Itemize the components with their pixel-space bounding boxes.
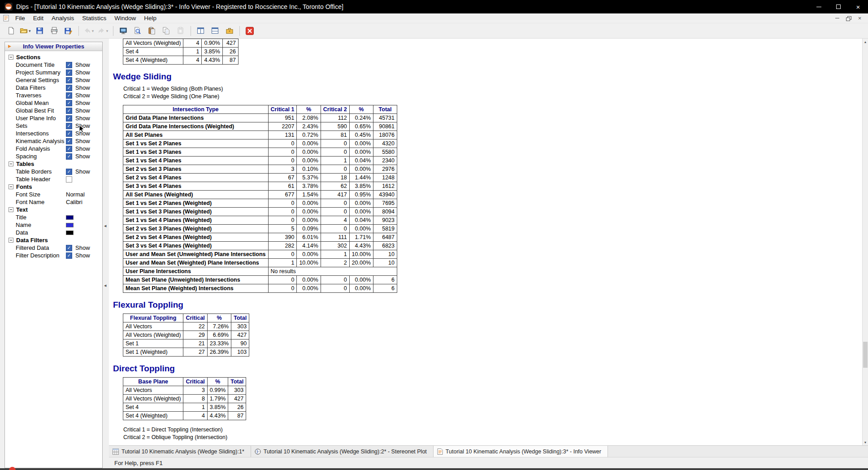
maximize-button[interactable]	[829, 0, 848, 13]
row-label: Set 3 vs Set 4 Planes (Weighted)	[123, 242, 269, 250]
value-cell: 0	[321, 148, 349, 157]
scrollbar-thumb[interactable]	[863, 342, 868, 368]
splitter-collapse-icon[interactable]: ◀	[104, 284, 106, 287]
workspace-button[interactable]	[223, 25, 236, 37]
save-as-button[interactable]	[62, 25, 75, 37]
vertical-scrollbar[interactable]: ▲ ▼	[862, 39, 868, 445]
mdi-document-icon[interactable]	[3, 15, 9, 22]
property-control: ✓Show	[66, 122, 90, 129]
collapse-icon[interactable]	[9, 55, 13, 60]
save-file-icon	[36, 27, 43, 35]
print-button[interactable]	[48, 25, 61, 37]
checkbox-table-header[interactable]	[66, 176, 72, 183]
copy-button[interactable]	[160, 25, 173, 37]
value-font-name[interactable]: Calibri	[66, 199, 82, 205]
redo-button[interactable]: ▾	[96, 25, 110, 37]
row-label: Set 1 vs Set 2 Planes	[123, 139, 269, 148]
stereonet-icon	[255, 448, 261, 455]
collapse-icon[interactable]	[9, 238, 13, 243]
row-label: Set 1 (Weighted)	[123, 348, 183, 357]
property-label: Spacing	[16, 153, 66, 160]
checkbox-kinematic-analysis[interactable]: ✓	[66, 138, 72, 144]
color-swatch-data[interactable]	[66, 231, 74, 235]
screen-capture-button[interactable]	[117, 25, 130, 37]
checkbox-global-mean[interactable]: ✓	[66, 100, 72, 106]
save-file-button[interactable]	[33, 25, 47, 37]
group-fonts[interactable]: Fonts	[5, 183, 102, 191]
row-label: Set 3 vs Set 4 Planes	[123, 182, 269, 191]
menu-statistics[interactable]: Statistics	[78, 14, 110, 22]
document-tab-3[interactable]: Tutorial 10 Kinematic Analysis (Wedge Sl…	[434, 446, 608, 457]
child-restore-button[interactable]	[843, 14, 854, 22]
collapse-icon[interactable]	[9, 161, 13, 166]
value-cell: 4.43%	[349, 242, 373, 250]
property-label: Fold Analysis	[16, 145, 66, 152]
checkbox-fold-analysis[interactable]: ✓	[66, 146, 72, 152]
property-control	[66, 231, 74, 235]
document-tab-2[interactable]: Tutorial 10 Kinematic Analysis (Wedge Sl…	[251, 446, 434, 457]
value-font-size[interactable]: Normal	[66, 191, 85, 198]
close-button[interactable]: ×	[848, 0, 868, 13]
color-swatch-name[interactable]	[66, 223, 74, 227]
checkbox-filter-description[interactable]: ✓	[66, 252, 72, 259]
menu-window[interactable]: Window	[110, 14, 140, 22]
checkbox-filtered-data[interactable]: ✓	[66, 245, 72, 251]
property-label: Title	[16, 214, 66, 221]
document-tab-1[interactable]: Tutorial 10 Kinematic Analysis (Wedge Sl…	[109, 446, 251, 457]
group-label: Data Filters	[16, 237, 48, 244]
color-swatch-title[interactable]	[66, 215, 74, 220]
value-cell: 7695	[373, 199, 397, 208]
copy-metafile-button[interactable]	[145, 25, 159, 37]
paste-button[interactable]	[174, 25, 187, 37]
menu-edit[interactable]: Edit	[29, 14, 48, 22]
splitter-collapse-icon[interactable]: ◀	[104, 224, 106, 228]
child-close-button[interactable]: ×	[854, 14, 865, 22]
property-label: Font Name	[16, 199, 66, 205]
value-cell: 0.00%	[349, 199, 373, 208]
group-text[interactable]: Text	[5, 206, 102, 213]
menu-file[interactable]: File	[11, 14, 29, 22]
tile-horizontal-button[interactable]	[208, 25, 222, 37]
checkbox-sets[interactable]: ✓	[66, 123, 72, 129]
checkbox-data-filters[interactable]: ✓	[66, 85, 72, 91]
row-label: User and Mean Set (Weighted) Plane Inter…	[123, 259, 269, 267]
checkbox-traverses[interactable]: ✓	[66, 92, 72, 99]
group-tables[interactable]: Tables	[5, 160, 102, 168]
value-cell: 8	[183, 395, 207, 403]
checkbox-general-settings[interactable]: ✓	[66, 77, 72, 83]
group-label: Sections	[16, 54, 40, 61]
checkbox-text: Show	[75, 153, 90, 160]
checkbox-user-plane-info[interactable]: ✓	[66, 115, 72, 122]
column-header: Critical 2	[321, 105, 349, 114]
value-cell: 26	[228, 403, 246, 412]
new-file-button[interactable]	[4, 25, 17, 37]
collapse-icon[interactable]	[9, 207, 13, 212]
row-label: Set 1 vs Set 4 Planes (Weighted)	[123, 216, 269, 225]
exit-button[interactable]	[243, 25, 256, 37]
checkbox-intersections[interactable]: ✓	[66, 131, 72, 137]
menu-help[interactable]: Help	[140, 14, 161, 22]
menu-analysis[interactable]: Analysis	[48, 14, 78, 22]
row-label: Set 4	[123, 403, 183, 412]
panel-splitter[interactable]: ◀ ◀	[103, 39, 109, 468]
scroll-up-button[interactable]: ▲	[863, 39, 868, 45]
checkbox-project-summary[interactable]: ✓	[66, 70, 72, 76]
open-file-button[interactable]: ▾	[18, 25, 32, 37]
print-preview-button[interactable]	[131, 25, 144, 37]
property-control: ✓Show	[66, 153, 90, 160]
scroll-down-button[interactable]: ▼	[863, 439, 868, 445]
checkbox-global-best-fit[interactable]: ✓	[66, 108, 72, 114]
note-line: Critical 1 = Direct Toppling (Intersecti…	[123, 426, 862, 434]
checkbox-table-borders[interactable]: ✓	[66, 169, 72, 175]
collapse-icon[interactable]	[9, 184, 13, 189]
child-minimize-button[interactable]	[832, 14, 843, 22]
panel-pin-icon[interactable]	[8, 44, 12, 48]
group-data-filters[interactable]: Data Filters	[5, 236, 102, 244]
value-cell: 7.26%	[207, 322, 231, 331]
minimize-button[interactable]	[809, 0, 829, 13]
checkbox-document-title[interactable]: ✓	[66, 62, 72, 68]
checkbox-spacing[interactable]: ✓	[66, 153, 72, 160]
group-sections[interactable]: Sections	[5, 53, 102, 61]
undo-button[interactable]: ▾	[82, 25, 95, 37]
tile-vertical-button[interactable]	[194, 25, 208, 37]
